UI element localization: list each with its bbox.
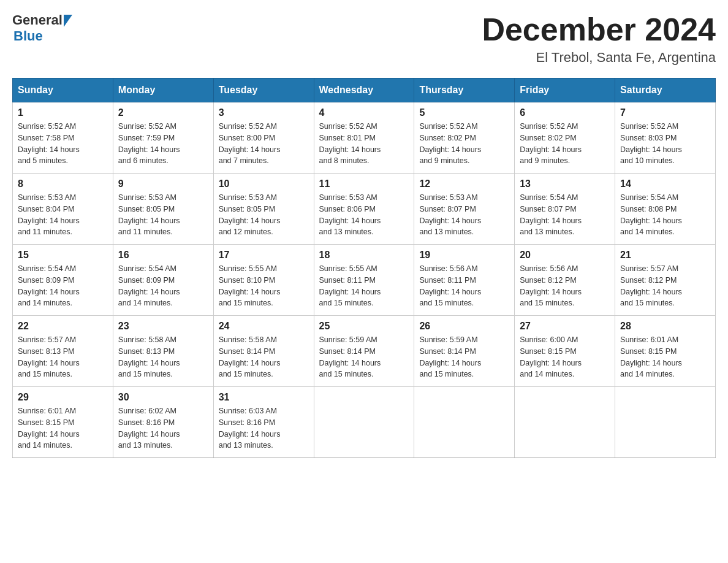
- calendar-cell: 24Sunrise: 5:58 AMSunset: 8:14 PMDayligh…: [213, 316, 314, 387]
- day-info: Sunrise: 6:01 AMSunset: 8:15 PMDaylight:…: [18, 405, 108, 451]
- calendar-cell: 23Sunrise: 5:58 AMSunset: 8:13 PMDayligh…: [113, 316, 213, 387]
- calendar-cell: 7Sunrise: 5:52 AMSunset: 8:03 PMDaylight…: [615, 102, 716, 174]
- calendar-cell: 15Sunrise: 5:54 AMSunset: 8:09 PMDayligh…: [13, 245, 113, 316]
- calendar-cell: [515, 387, 615, 458]
- calendar-cell: [314, 387, 414, 458]
- day-number: 22: [18, 321, 108, 332]
- day-info: Sunrise: 5:52 AMSunset: 8:01 PMDaylight:…: [319, 121, 409, 167]
- calendar-cell: 1Sunrise: 5:52 AMSunset: 7:58 PMDaylight…: [13, 102, 113, 174]
- day-info: Sunrise: 5:57 AMSunset: 8:13 PMDaylight:…: [18, 334, 108, 380]
- day-number: 19: [419, 250, 509, 261]
- week-row-2: 8Sunrise: 5:53 AMSunset: 8:04 PMDaylight…: [13, 174, 716, 245]
- header-wednesday: Wednesday: [314, 79, 414, 102]
- weekday-header-row: SundayMondayTuesdayWednesdayThursdayFrid…: [13, 79, 716, 102]
- calendar-table: SundayMondayTuesdayWednesdayThursdayFrid…: [12, 78, 716, 458]
- day-info: Sunrise: 5:54 AMSunset: 8:07 PMDaylight:…: [520, 192, 610, 238]
- calendar-cell: 20Sunrise: 5:56 AMSunset: 8:12 PMDayligh…: [515, 245, 615, 316]
- day-number: 15: [18, 250, 108, 261]
- calendar-cell: 27Sunrise: 6:00 AMSunset: 8:15 PMDayligh…: [515, 316, 615, 387]
- day-number: 23: [118, 321, 208, 332]
- day-info: Sunrise: 5:53 AMSunset: 8:06 PMDaylight:…: [319, 192, 409, 238]
- day-info: Sunrise: 6:00 AMSunset: 8:15 PMDaylight:…: [520, 334, 610, 380]
- day-info: Sunrise: 5:56 AMSunset: 8:12 PMDaylight:…: [520, 263, 610, 309]
- day-info: Sunrise: 5:53 AMSunset: 8:05 PMDaylight:…: [118, 192, 208, 238]
- calendar-cell: 26Sunrise: 5:59 AMSunset: 8:14 PMDayligh…: [414, 316, 515, 387]
- day-number: 14: [620, 178, 710, 190]
- day-info: Sunrise: 5:53 AMSunset: 8:05 PMDaylight:…: [219, 192, 309, 238]
- day-info: Sunrise: 5:55 AMSunset: 8:10 PMDaylight:…: [219, 263, 309, 309]
- calendar-cell: [615, 387, 716, 458]
- month-title: December 2024: [482, 12, 716, 47]
- header-saturday: Saturday: [615, 79, 716, 102]
- week-row-3: 15Sunrise: 5:54 AMSunset: 8:09 PMDayligh…: [13, 245, 716, 316]
- day-info: Sunrise: 6:02 AMSunset: 8:16 PMDaylight:…: [118, 405, 208, 451]
- day-info: Sunrise: 5:52 AMSunset: 8:03 PMDaylight:…: [620, 121, 710, 167]
- calendar-cell: 29Sunrise: 6:01 AMSunset: 8:15 PMDayligh…: [13, 387, 113, 458]
- day-info: Sunrise: 5:52 AMSunset: 7:58 PMDaylight:…: [18, 121, 108, 167]
- day-number: 24: [219, 321, 309, 332]
- title-section: December 2024 El Trebol, Santa Fe, Argen…: [482, 12, 716, 66]
- day-number: 18: [319, 250, 409, 261]
- day-number: 9: [118, 178, 208, 190]
- week-row-1: 1Sunrise: 5:52 AMSunset: 7:58 PMDaylight…: [13, 102, 716, 174]
- day-number: 31: [219, 392, 309, 403]
- day-number: 20: [520, 250, 610, 261]
- calendar-cell: [414, 387, 515, 458]
- day-number: 7: [620, 107, 710, 118]
- day-number: 10: [219, 178, 309, 190]
- logo-general-text: General: [12, 12, 63, 28]
- day-info: Sunrise: 5:53 AMSunset: 8:04 PMDaylight:…: [18, 192, 108, 238]
- week-row-5: 29Sunrise: 6:01 AMSunset: 8:15 PMDayligh…: [13, 387, 716, 458]
- day-info: Sunrise: 5:59 AMSunset: 8:14 PMDaylight:…: [419, 334, 509, 380]
- day-number: 26: [419, 321, 509, 332]
- day-number: 6: [520, 107, 610, 118]
- calendar-cell: 25Sunrise: 5:59 AMSunset: 8:14 PMDayligh…: [314, 316, 414, 387]
- calendar-cell: 19Sunrise: 5:56 AMSunset: 8:11 PMDayligh…: [414, 245, 515, 316]
- day-info: Sunrise: 5:54 AMSunset: 8:08 PMDaylight:…: [620, 192, 710, 238]
- header-sunday: Sunday: [13, 79, 113, 102]
- header-friday: Friday: [515, 79, 615, 102]
- day-number: 29: [18, 392, 108, 403]
- day-info: Sunrise: 5:53 AMSunset: 8:07 PMDaylight:…: [419, 192, 509, 238]
- day-info: Sunrise: 6:01 AMSunset: 8:15 PMDaylight:…: [620, 334, 710, 380]
- day-info: Sunrise: 5:58 AMSunset: 8:13 PMDaylight:…: [118, 334, 208, 380]
- logo: General Blue: [12, 12, 72, 44]
- calendar-cell: 4Sunrise: 5:52 AMSunset: 8:01 PMDaylight…: [314, 102, 414, 174]
- calendar-cell: 14Sunrise: 5:54 AMSunset: 8:08 PMDayligh…: [615, 174, 716, 245]
- location-subtitle: El Trebol, Santa Fe, Argentina: [482, 50, 716, 66]
- calendar-cell: 5Sunrise: 5:52 AMSunset: 8:02 PMDaylight…: [414, 102, 515, 174]
- day-info: Sunrise: 5:52 AMSunset: 8:02 PMDaylight:…: [520, 121, 610, 167]
- calendar-cell: 21Sunrise: 5:57 AMSunset: 8:12 PMDayligh…: [615, 245, 716, 316]
- day-info: Sunrise: 5:54 AMSunset: 8:09 PMDaylight:…: [118, 263, 208, 309]
- page-header: General Blue December 2024 El Trebol, Sa…: [12, 12, 716, 66]
- calendar-cell: 10Sunrise: 5:53 AMSunset: 8:05 PMDayligh…: [213, 174, 314, 245]
- calendar-cell: 6Sunrise: 5:52 AMSunset: 8:02 PMDaylight…: [515, 102, 615, 174]
- day-number: 28: [620, 321, 710, 332]
- day-info: Sunrise: 5:52 AMSunset: 8:00 PMDaylight:…: [219, 121, 309, 167]
- calendar-cell: 18Sunrise: 5:55 AMSunset: 8:11 PMDayligh…: [314, 245, 414, 316]
- day-info: Sunrise: 5:59 AMSunset: 8:14 PMDaylight:…: [319, 334, 409, 380]
- calendar-cell: 2Sunrise: 5:52 AMSunset: 7:59 PMDaylight…: [113, 102, 213, 174]
- day-info: Sunrise: 5:58 AMSunset: 8:14 PMDaylight:…: [219, 334, 309, 380]
- calendar-cell: 16Sunrise: 5:54 AMSunset: 8:09 PMDayligh…: [113, 245, 213, 316]
- day-number: 2: [118, 107, 208, 118]
- day-info: Sunrise: 6:03 AMSunset: 8:16 PMDaylight:…: [219, 405, 309, 451]
- header-monday: Monday: [113, 79, 213, 102]
- logo-blue-text: Blue: [13, 28, 43, 44]
- day-info: Sunrise: 5:55 AMSunset: 8:11 PMDaylight:…: [319, 263, 409, 309]
- day-number: 12: [419, 178, 509, 190]
- day-number: 17: [219, 250, 309, 261]
- day-number: 3: [219, 107, 309, 118]
- header-tuesday: Tuesday: [213, 79, 314, 102]
- calendar-cell: 31Sunrise: 6:03 AMSunset: 8:16 PMDayligh…: [213, 387, 314, 458]
- calendar-cell: 13Sunrise: 5:54 AMSunset: 8:07 PMDayligh…: [515, 174, 615, 245]
- day-info: Sunrise: 5:57 AMSunset: 8:12 PMDaylight:…: [620, 263, 710, 309]
- day-number: 4: [319, 107, 409, 118]
- calendar-cell: 22Sunrise: 5:57 AMSunset: 8:13 PMDayligh…: [13, 316, 113, 387]
- calendar-cell: 30Sunrise: 6:02 AMSunset: 8:16 PMDayligh…: [113, 387, 213, 458]
- calendar-cell: 11Sunrise: 5:53 AMSunset: 8:06 PMDayligh…: [314, 174, 414, 245]
- logo-triangle-icon: [64, 15, 72, 27]
- day-number: 30: [118, 392, 208, 403]
- week-row-4: 22Sunrise: 5:57 AMSunset: 8:13 PMDayligh…: [13, 316, 716, 387]
- day-number: 21: [620, 250, 710, 261]
